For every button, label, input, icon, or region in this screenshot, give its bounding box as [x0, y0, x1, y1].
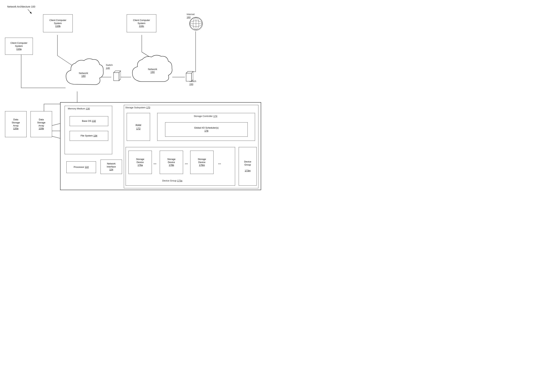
- storage-device-176a: Storage Device 176a: [128, 151, 152, 174]
- device-group-173a-label: Device Group 173a: [154, 179, 190, 182]
- dots-1: ...: [153, 160, 156, 165]
- data-storage-120a: Data Storage Array 120a: [5, 111, 27, 137]
- base-os-132: Base OS 132: [70, 116, 108, 126]
- ram-172: RAM 172: [127, 113, 150, 141]
- internet-globe-icon: [189, 17, 203, 30]
- data-storage-120b: Data Storage Array 120b: [31, 111, 52, 137]
- device-group-173m: Device Group 173m: [239, 147, 257, 186]
- svg-marker-27: [192, 71, 193, 81]
- global-io-scheduler-178: Global I/O Scheduler(s) 178: [165, 122, 248, 137]
- svg-marker-24: [119, 71, 121, 81]
- dots-2: ...: [185, 160, 188, 165]
- switch-140-label: Switch 140: [106, 64, 113, 70]
- network-arch-label: Network Architecture 100: [7, 5, 35, 8]
- svg-rect-23: [113, 73, 119, 81]
- storage-controller-label: Storage Controller 174: [178, 115, 233, 118]
- processor-122: Processor 122: [66, 161, 96, 173]
- client-110c: Client Computer System 110c: [127, 14, 156, 32]
- dots-3: ...: [218, 160, 221, 165]
- memory-medium-label: Memory Medium 130: [68, 107, 90, 110]
- client-110b: Client Computer System 110b: [43, 14, 73, 32]
- client-110a: Client Computer System 110a: [5, 38, 33, 55]
- storage-device-176b: Storage Device 176b: [160, 151, 183, 174]
- storage-subsystem-label: Storage Subsystem 170: [125, 106, 150, 109]
- svg-rect-26: [186, 73, 192, 81]
- network-190: Network 190: [129, 52, 176, 90]
- memory-medium-130: [65, 106, 112, 154]
- storage-device-176m: Storage Device 176m: [190, 151, 214, 174]
- diagram: Network Architecture 100 Client Computer…: [0, 0, 266, 196]
- network-interface-124: Network Interface 124: [100, 160, 122, 174]
- file-system-134: File System 134: [70, 131, 108, 141]
- switch-140-icon: [111, 70, 121, 82]
- switch-150-icon: [184, 70, 193, 83]
- network-180: Network 180: [63, 56, 104, 93]
- svg-line-0: [28, 9, 31, 14]
